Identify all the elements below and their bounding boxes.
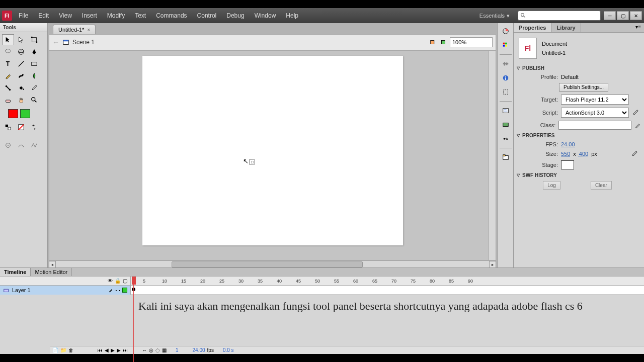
- transform-panel-icon[interactable]: [499, 86, 512, 98]
- scroll-right-icon[interactable]: ▸: [489, 261, 496, 268]
- outline-column-icon[interactable]: ▢: [123, 278, 127, 284]
- menu-view[interactable]: View: [57, 11, 73, 20]
- section-publish[interactable]: ▽PUBLISH: [514, 64, 644, 72]
- panel-menu-icon[interactable]: ▾≡: [632, 23, 644, 32]
- prev-frame-icon[interactable]: ◀: [105, 347, 109, 353]
- text-tool[interactable]: T: [2, 58, 14, 69]
- menu-window[interactable]: Window: [253, 11, 278, 20]
- brush-tool[interactable]: [15, 70, 27, 81]
- edit-script-icon[interactable]: [632, 109, 639, 116]
- scene-name[interactable]: Scene 1: [72, 39, 95, 46]
- menu-debug[interactable]: Debug: [225, 11, 246, 20]
- eraser-tool[interactable]: [2, 95, 14, 106]
- close-tab-icon[interactable]: ×: [87, 27, 90, 33]
- workspace-dropdown[interactable]: Essentials▾: [475, 11, 514, 21]
- frame-ruler[interactable]: 51015202530354045505560657075808590: [131, 277, 644, 285]
- color-panel-icon[interactable]: [499, 25, 512, 37]
- next-frame-icon[interactable]: ▶: [117, 347, 121, 353]
- selection-tool[interactable]: [2, 34, 14, 45]
- menu-file[interactable]: File: [17, 11, 30, 20]
- eyedropper-tool[interactable]: [28, 82, 40, 94]
- no-color-icon[interactable]: [15, 122, 27, 133]
- stage-color-swatch[interactable]: [561, 160, 574, 169]
- menu-commands[interactable]: Commands: [154, 11, 188, 20]
- first-frame-icon[interactable]: ⏮: [98, 347, 103, 353]
- close-button[interactable]: ✕: [630, 11, 642, 20]
- layer-row[interactable]: Layer 1 ••: [0, 286, 131, 295]
- tab-motion-editor[interactable]: Motion Editor: [31, 268, 72, 276]
- swap-colors-icon[interactable]: [28, 122, 40, 133]
- stage-viewport[interactable]: ↖□: [49, 50, 496, 260]
- 3d-rotation-tool[interactable]: [15, 46, 27, 57]
- target-select[interactable]: Flash Player 11.2: [561, 95, 629, 105]
- zoom-tool[interactable]: [28, 95, 40, 106]
- back-scene-icon[interactable]: ←: [52, 38, 59, 46]
- log-button[interactable]: Log: [543, 181, 560, 190]
- menu-edit[interactable]: Edit: [37, 11, 50, 20]
- motion-presets-icon[interactable]: [499, 133, 512, 145]
- eye-column-icon[interactable]: 👁: [108, 278, 113, 284]
- height-value[interactable]: 400: [579, 151, 588, 157]
- horizontal-scrollbar[interactable]: ◂ ▸: [49, 260, 496, 267]
- straighten-option-icon[interactable]: [28, 140, 40, 151]
- rectangle-tool[interactable]: [28, 58, 40, 69]
- components-panel-icon[interactable]: [499, 119, 512, 131]
- stroke-color-swatch[interactable]: [8, 109, 18, 118]
- black-white-swap-icon[interactable]: [2, 122, 14, 133]
- width-value[interactable]: 550: [561, 151, 570, 157]
- menu-modify[interactable]: Modify: [106, 11, 126, 20]
- layer-name[interactable]: Layer 1: [12, 287, 31, 293]
- fps-display[interactable]: 24.00: [193, 347, 205, 353]
- menu-insert[interactable]: Insert: [80, 11, 99, 20]
- edit-scene-icon[interactable]: [430, 39, 437, 46]
- menu-control[interactable]: Control: [196, 11, 218, 20]
- new-layer-icon[interactable]: 📄: [52, 347, 58, 353]
- lasso-tool[interactable]: [2, 46, 14, 57]
- section-swf-history[interactable]: ▽SWF HISTORY: [514, 171, 644, 179]
- smooth-option-icon[interactable]: [15, 140, 27, 151]
- maximize-button[interactable]: ▢: [617, 11, 629, 20]
- scroll-thumb[interactable]: [172, 261, 363, 267]
- project-panel-icon[interactable]: [499, 151, 512, 163]
- bone-tool[interactable]: [2, 82, 14, 94]
- new-folder-icon[interactable]: 📁: [60, 347, 66, 353]
- stage[interactable]: [142, 56, 403, 245]
- section-properties[interactable]: ▽PROPERTIES: [514, 131, 644, 140]
- fps-value[interactable]: 24.00: [561, 141, 575, 147]
- play-icon[interactable]: ▶: [111, 347, 115, 353]
- document-tab[interactable]: Untitled-1* ×: [53, 25, 96, 34]
- search-input[interactable]: [518, 11, 601, 21]
- paint-bucket-tool[interactable]: [15, 82, 27, 94]
- subselection-tool[interactable]: [15, 34, 27, 45]
- edit-multiple-frames-icon[interactable]: ▦: [162, 347, 167, 353]
- fill-color-swatch[interactable]: [20, 109, 30, 118]
- playhead[interactable]: [132, 277, 136, 295]
- publish-settings-button[interactable]: Publish Settings...: [559, 83, 608, 92]
- zoom-select[interactable]: [450, 37, 493, 47]
- script-select[interactable]: ActionScript 3.0: [561, 108, 629, 118]
- deco-tool[interactable]: [28, 70, 40, 81]
- onion-skin-outline-icon[interactable]: ◌: [155, 347, 160, 353]
- edit-symbols-icon[interactable]: [440, 39, 447, 46]
- class-input[interactable]: [558, 121, 631, 130]
- hand-tool[interactable]: [15, 95, 27, 106]
- tab-library[interactable]: Library: [551, 23, 581, 32]
- advanced-size-icon[interactable]: [631, 150, 638, 157]
- align-panel-icon[interactable]: [499, 58, 512, 70]
- pen-tool[interactable]: [28, 46, 40, 57]
- delete-layer-icon[interactable]: 🗑: [68, 347, 73, 353]
- current-frame-value[interactable]: 1: [176, 347, 179, 353]
- swatches-panel-icon[interactable]: [499, 39, 512, 51]
- snap-option-icon[interactable]: [2, 140, 14, 151]
- pencil-tool[interactable]: [2, 70, 14, 81]
- free-transform-tool[interactable]: [28, 34, 40, 45]
- info-panel-icon[interactable]: i: [499, 72, 512, 84]
- center-frame-icon[interactable]: ↔: [142, 347, 147, 353]
- tab-timeline[interactable]: Timeline: [0, 268, 31, 276]
- scroll-left-icon[interactable]: ◂: [49, 261, 56, 268]
- tab-properties[interactable]: Properties: [514, 23, 551, 32]
- menu-help[interactable]: Help: [284, 11, 300, 20]
- menu-text[interactable]: Text: [133, 11, 147, 20]
- edit-class-icon[interactable]: [634, 122, 641, 129]
- minimize-button[interactable]: ─: [604, 11, 616, 20]
